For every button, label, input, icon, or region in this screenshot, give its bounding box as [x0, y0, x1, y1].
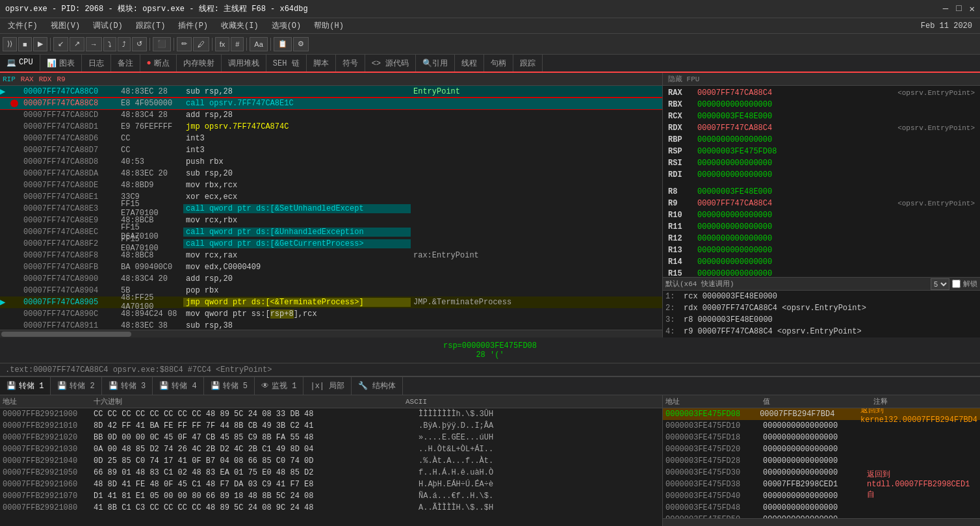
list-item[interactable]: 0000003FE475FD28 0000000000000000: [663, 455, 980, 467]
bottom-tab-dump1[interactable]: 💾 转储 1: [0, 377, 51, 395]
table-row[interactable]: 00007FF747CA88D8 40:53 push rbx: [0, 156, 662, 168]
table-row[interactable]: 00007FF747CA88D1 E9 76FEFFFF jmp opsrv.7…: [0, 121, 662, 133]
table-row[interactable]: 00007FF747CA88F8 48:8BC8 mov rcx,rax rax…: [0, 250, 662, 261]
reg-row-rdi[interactable]: RDI 0000000000000000: [663, 169, 980, 181]
table-row[interactable]: 00007FF747CA88F2 FF15 E0A70100 call qwor…: [0, 238, 662, 250]
list-item[interactable]: 0000003FE475FD38 00007FFB2998CED1 返回到 nt…: [663, 479, 980, 490]
menu-debug[interactable]: 调试(D): [88, 19, 128, 33]
toolbar-btn-log[interactable]: 📋: [274, 37, 292, 51]
tab-callstack[interactable]: 调用堆栈: [222, 55, 266, 72]
reg-row-r9[interactable]: R9 00007FF747CA88C4 <opsrv.EntryPoint>: [663, 198, 980, 209]
hide-fpu-label[interactable]: 隐藏 FPU: [668, 74, 699, 84]
toolbar-btn-1[interactable]: ⟩⟩: [3, 37, 17, 51]
table-row[interactable]: 00007FF747CA890C 48:894C24 08 mov qword …: [0, 308, 662, 320]
table-row[interactable]: 00007FF747CA8900 48:83C4 20 add rsp,20: [0, 273, 662, 285]
table-row[interactable]: 00007FF747CA88EC FF15 D6A70100 call qwor…: [0, 226, 662, 238]
menu-help[interactable]: 帮助(H): [309, 19, 349, 33]
list-item[interactable]: 00007FFB29921040 0D 25 85 C0 74 17 41 0F…: [0, 455, 662, 467]
bottom-tab-struct[interactable]: 🔧 结构体: [352, 377, 403, 395]
tab-graph[interactable]: 📊 图表: [40, 55, 82, 72]
tab-source[interactable]: <> 源代码: [365, 55, 417, 72]
toolbar-btn-3[interactable]: ▶: [33, 37, 47, 51]
tab-thread[interactable]: 线程: [455, 55, 484, 72]
list-item[interactable]: 00007FFB29921010 8D 42 FF 41 BA FE FF FF…: [0, 420, 662, 432]
list-item[interactable]: 0000003FE475FD18 0000000000000000: [663, 432, 980, 443]
menu-trace[interactable]: 跟踪(T): [131, 19, 171, 33]
reg-row-r15[interactable]: R15 0000000000000000: [663, 268, 980, 277]
reg-row-rcx[interactable]: RCX 00000003FE48E000: [663, 111, 980, 122]
fast-call-row-4[interactable]: 4: r9 00007FF747CA88C4 <opsrv.EntryPoint…: [663, 326, 980, 337]
list-item[interactable]: 0000003FE475FD50 0000000000000000: [663, 514, 980, 518]
disasm-body[interactable]: ▶ 00007FF747CA88C0 48:83EC 28 sub rsp,28…: [0, 86, 662, 330]
tab-handle[interactable]: 句柄: [484, 55, 513, 72]
menu-view[interactable]: 视图(V): [45, 19, 86, 33]
stack-scrollbar[interactable]: [663, 518, 980, 526]
disasm-scrollbar[interactable]: [0, 330, 662, 337]
table-row[interactable]: 00007FF747CA88E3 FF15 E7A70100 call qwor…: [0, 203, 662, 215]
tab-seh[interactable]: SEH 链: [266, 55, 307, 72]
reg-row-r10[interactable]: R10 0000000000000000: [663, 209, 980, 221]
reg-row-r11[interactable]: R11 0000000000000000: [663, 221, 980, 233]
table-row[interactable]: 00007FF747CA88C8 E8 4F050000 call opsrv.…: [0, 98, 662, 109]
menu-file[interactable]: 文件(F): [3, 19, 43, 33]
reg-row-rsp[interactable]: RSP 00000003FE475FD08: [663, 146, 980, 157]
table-row[interactable]: 00007FF747CA88E1 33C9 xor ecx,ecx: [0, 191, 662, 203]
reg-row-r8[interactable]: R8 00000003FE48E000: [663, 186, 980, 198]
fast-call-dropdown[interactable]: 5: [931, 278, 949, 290]
list-item[interactable]: 00007FFB29921050 66 89 01 48 83 C1 02 48…: [0, 467, 662, 479]
table-row[interactable]: 00007FF747CA88E9 48:8BCB mov rcx,rbx: [0, 215, 662, 226]
unlock-checkbox[interactable]: [952, 280, 961, 288]
list-item[interactable]: 00007FFB29921020 BB 0D 00 00 0C 45 0F 47…: [0, 432, 662, 443]
reg-row-rbp[interactable]: RBP 0000000000000000: [663, 134, 980, 146]
maximize-btn[interactable]: □: [956, 3, 961, 14]
reg-row-rdx[interactable]: RDX 00007FF747CA88C4 <opsrv.EntryPoint>: [663, 122, 980, 134]
table-row[interactable]: 00007FF747CA88CD 48:83C4 28 add rsp,28: [0, 109, 662, 121]
reg-row-r12[interactable]: R12 0000000000000000: [663, 233, 980, 244]
list-item[interactable]: 0000003FE475FD48 0000000000000000: [663, 502, 980, 514]
table-row[interactable]: 00007FF747CA8911 48:83EC 38 sub rsp,38: [0, 320, 662, 330]
list-item[interactable]: 0000003FE475FD08 00007FFB294F7BD4 返回到 ke…: [663, 408, 980, 420]
bottom-tab-dump4[interactable]: 💾 转储 4: [153, 377, 203, 395]
bottom-tab-dump3[interactable]: 💾 转储 3: [102, 377, 153, 395]
tab-script[interactable]: 脚本: [307, 55, 336, 72]
menu-plugin[interactable]: 插件(P): [173, 19, 213, 33]
toolbar-btn-hash[interactable]: #: [231, 37, 244, 51]
toolbar-btn-4[interactable]: ↙: [53, 37, 68, 51]
tab-log[interactable]: 日志: [82, 55, 111, 72]
reg-row-r14[interactable]: R14 0000000000000000: [663, 256, 980, 268]
hex-view[interactable]: 地址 十六进制 ASCII 00007FFB29921000 CC CC CC …: [0, 395, 663, 526]
list-item[interactable]: 00007FFB29921070 D1 41 81 E1 05 00 00 80…: [0, 490, 662, 502]
toolbar-btn-10[interactable]: ⬛: [153, 37, 171, 51]
reg-row-rsi[interactable]: RSI 0000000000000000: [663, 157, 980, 169]
bottom-tab-dump5[interactable]: 💾 转储 5: [204, 377, 255, 395]
tab-symbol[interactable]: 符号: [336, 55, 365, 72]
menu-options[interactable]: 选项(O): [266, 19, 307, 33]
table-row[interactable]: 00007FF747CA88D7 CC int3: [0, 144, 662, 156]
toolbar-btn-fx[interactable]: fx: [215, 37, 230, 51]
tab-ref[interactable]: 🔍引用: [416, 55, 455, 72]
table-row[interactable]: 00007FF747CA8904 5B pop rbx: [0, 285, 662, 296]
table-row[interactable]: 00007FF747CA88FB BA 090400C0 mov edx,C00…: [0, 261, 662, 273]
list-item[interactable]: 00007FFB29921060 48 8D 41 FE 48 0F 45 C1…: [0, 479, 662, 490]
toolbar-btn-9[interactable]: ↺: [132, 37, 147, 51]
tab-cpu[interactable]: 💻 CPU: [0, 55, 40, 72]
bottom-tab-local[interactable]: |x| 局部: [303, 377, 352, 395]
fast-call-row-3[interactable]: 3: r8 0000003FE48E0000: [663, 314, 980, 326]
tab-memmap[interactable]: 内存映射: [177, 55, 222, 72]
reg-row-rax[interactable]: RAX 00007FF747CA88C4 <opsrv.EntryPoint>: [663, 87, 980, 99]
bottom-tab-watch[interactable]: 👁 监视 1: [255, 377, 303, 395]
toolbar-btn-2[interactable]: ■: [18, 37, 32, 51]
list-item[interactable]: 00007FFB29921030 0A 00 48 85 D2 74 26 4C…: [0, 443, 662, 455]
toolbar-btn-11[interactable]: ✏: [177, 37, 192, 51]
table-row[interactable]: 00007FF747CA88DA 48:83EC 20 sub rsp,20: [0, 168, 662, 179]
toolbar-btn-settings[interactable]: ⚙: [293, 37, 309, 51]
tab-trace[interactable]: 跟踪: [513, 55, 543, 72]
minimize-btn[interactable]: —: [943, 3, 948, 14]
toolbar-btn-7[interactable]: ⤵: [103, 37, 116, 51]
table-row[interactable]: 00007FF747CA88DE 48:8BD9 mov rbx,rcx: [0, 179, 662, 191]
list-item[interactable]: 00007FFB29921080 41 8B C1 C3 CC CC CC CC…: [0, 502, 662, 514]
list-item[interactable]: 00007FFB29921000 CC CC CC CC CC CC CC CC…: [0, 408, 662, 420]
tab-notes[interactable]: 备注: [111, 55, 140, 72]
toolbar-btn-font[interactable]: Aa: [250, 37, 267, 51]
tab-bp[interactable]: ● 断点: [140, 55, 177, 72]
